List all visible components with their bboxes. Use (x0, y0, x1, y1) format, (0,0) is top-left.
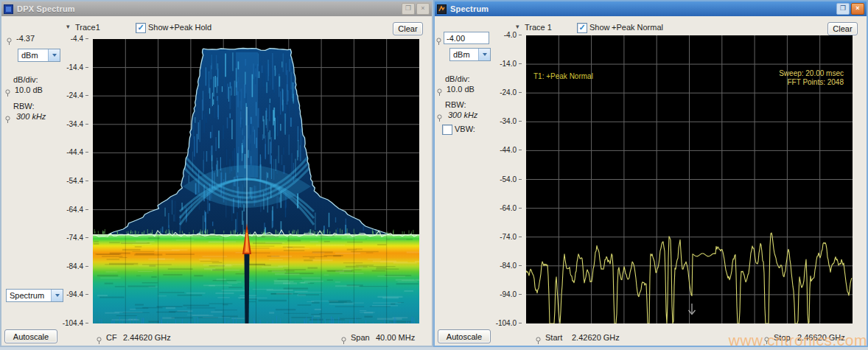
rbw-value[interactable]: 300 kHz (448, 111, 477, 119)
spectrum-window: Spectrum ❐ × ▾ Trace 1 ✓ Show +Peak Norm… (433, 0, 868, 347)
rbw-value[interactable]: 300 kHz (16, 112, 46, 121)
y-tick-label: -64.4 (55, 206, 88, 214)
pin-icon[interactable] (436, 112, 443, 120)
unit-value: dBm (450, 50, 478, 59)
trace-label[interactable]: Trace1 (75, 23, 100, 32)
cf-value[interactable]: 2.44620 GHz (123, 333, 171, 342)
desktop: DPX Spectrum ❐ × ▾ Trace1 ✓ Show +Peak H… (0, 0, 868, 350)
close-icon[interactable]: × (416, 3, 430, 15)
pin-icon[interactable] (6, 35, 13, 43)
spectrum-plot[interactable]: T1: +Peak Normal Sweep: 20.00 msec FFT P… (526, 35, 853, 323)
y-tick-label: -54.4 (55, 177, 88, 185)
watermark: www.cntronics.com (729, 332, 867, 349)
db-div-label: dB/div: (13, 75, 38, 84)
trace-dropdown-icon[interactable]: ▾ (516, 23, 519, 30)
y-tick-label: -84.0 (488, 262, 522, 270)
show-label: Show (589, 23, 610, 32)
vbw-label: VBW: (455, 125, 475, 133)
y-tick-label: -104.0 (488, 319, 522, 327)
restore-icon[interactable]: ❐ (402, 3, 415, 15)
peak-normal-label[interactable]: +Peak Normal (612, 23, 663, 32)
clear-button[interactable]: Clear (827, 22, 858, 35)
spectrum-titlebar[interactable]: Spectrum ❐ × (435, 1, 867, 16)
chevron-down-icon[interactable] (48, 49, 60, 61)
show-checkbox[interactable]: ✓ (136, 23, 146, 33)
pin-icon[interactable] (535, 335, 542, 343)
dpx-plot[interactable] (93, 39, 419, 323)
start-value[interactable]: 2.42620 GHz (572, 333, 620, 342)
rbw-label: RBW: (445, 100, 466, 109)
pin-icon[interactable] (4, 113, 11, 122)
y-tick-label: -84.4 (55, 262, 88, 270)
peak-hold-label[interactable]: +Peak Hold (169, 23, 211, 32)
unit-select[interactable]: dBm (449, 48, 491, 61)
span-value[interactable]: 40.00 MHz (376, 333, 415, 342)
y-tick-label: -14.4 (55, 63, 88, 71)
restore-icon[interactable]: ❐ (836, 3, 850, 15)
cf-label: CF (106, 333, 117, 342)
display-mode-value: Spectrum (7, 291, 51, 300)
ref-level-value[interactable]: -4.37 (16, 34, 35, 43)
y-tick-label: -94.4 (55, 290, 88, 298)
pin-icon[interactable] (435, 35, 442, 43)
y-tick-label: -74.4 (55, 234, 88, 242)
y-tick-label: -4.0 (488, 31, 522, 39)
y-tick-label: -74.0 (488, 233, 522, 241)
sweep-annotation: Sweep: 20.00 msec FFT Points: 2048 (779, 69, 844, 87)
unit-select[interactable]: dBm (18, 49, 60, 62)
y-tick-label: -24.0 (488, 88, 522, 97)
y-tick-label: -34.0 (488, 117, 522, 125)
ref-level-input[interactable] (444, 32, 489, 44)
spectrum-app-icon (437, 4, 447, 14)
show-checkbox[interactable]: ✓ (577, 23, 587, 33)
chevron-down-icon[interactable] (478, 49, 490, 60)
trace-annotation: T1: +Peak Normal (533, 72, 593, 80)
pin-icon[interactable] (436, 86, 443, 94)
db-div-label: dB/div: (445, 74, 470, 83)
dpx-app-icon (4, 4, 13, 14)
window-title: Spectrum (450, 4, 489, 13)
y-tick-label: -104.4 (55, 319, 88, 327)
dpx-spectrum-window: DPX Spectrum ❐ × ▾ Trace1 ✓ Show +Peak H… (0, 0, 433, 347)
y-tick-label: -44.0 (488, 146, 522, 154)
y-tick-label: -94.0 (488, 290, 522, 298)
y-tick-label: -14.0 (488, 60, 522, 68)
autoscale-button[interactable]: Autoscale (438, 329, 491, 343)
pin-icon[interactable] (96, 335, 102, 343)
sweep-value: Sweep: 20.00 msec (779, 69, 844, 78)
trace-dropdown-icon[interactable]: ▾ (66, 23, 70, 30)
clear-button[interactable]: Clear (393, 22, 423, 35)
window-title: DPX Spectrum (17, 4, 75, 13)
vbw-checkbox[interactable]: ✓ (442, 125, 452, 135)
db-div-value[interactable]: 10.0 dB (447, 85, 475, 94)
unit-value: dBm (18, 51, 48, 60)
y-tick-label: -24.4 (55, 91, 88, 99)
y-tick-label: -54.0 (488, 175, 522, 183)
trace-label[interactable]: Trace 1 (525, 23, 552, 32)
span-label: Span (351, 333, 370, 342)
close-icon[interactable]: × (851, 3, 864, 15)
y-tick-label: -44.4 (55, 148, 88, 156)
start-label: Start (545, 333, 562, 342)
y-tick-label: -64.0 (488, 204, 522, 212)
pin-icon[interactable] (4, 87, 11, 95)
fft-points-value: FFT Points: 2048 (779, 78, 844, 87)
autoscale-button[interactable]: Autoscale (4, 329, 57, 343)
y-tick-label: -4.4 (55, 35, 88, 43)
dpx-titlebar[interactable]: DPX Spectrum ❐ × (1, 1, 432, 16)
show-label: Show (148, 23, 169, 32)
db-div-value[interactable]: 10.0 dB (15, 85, 43, 94)
rbw-label: RBW: (13, 102, 35, 111)
y-tick-label: -34.4 (55, 120, 88, 128)
pin-icon[interactable] (340, 335, 347, 343)
